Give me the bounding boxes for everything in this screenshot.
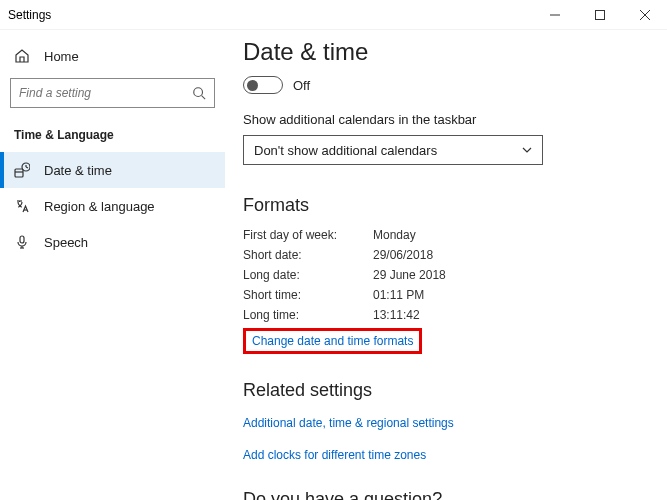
- nav-region-language[interactable]: Region & language: [0, 188, 225, 224]
- language-icon: [14, 198, 30, 214]
- svg-line-5: [202, 96, 206, 100]
- format-row: Short date:29/06/2018: [243, 248, 637, 262]
- formats-heading: Formats: [243, 195, 637, 216]
- question-heading: Do you have a question?: [243, 489, 637, 500]
- maximize-button[interactable]: [577, 0, 622, 30]
- window-title: Settings: [8, 8, 532, 22]
- related-link-clocks[interactable]: Add clocks for different time zones: [243, 448, 426, 462]
- minimize-button[interactable]: [532, 0, 577, 30]
- svg-rect-6: [15, 169, 23, 177]
- home-label: Home: [44, 49, 79, 64]
- format-row: Short time:01:11 PM: [243, 288, 637, 302]
- format-val: 01:11 PM: [373, 288, 424, 302]
- related-heading: Related settings: [243, 380, 637, 401]
- format-val: 29 June 2018: [373, 268, 446, 282]
- format-key: Long time:: [243, 308, 373, 322]
- chevron-down-icon: [522, 145, 532, 155]
- main-content: Date & time Off Show additional calendar…: [225, 30, 667, 500]
- nav-date-time[interactable]: Date & time: [0, 152, 225, 188]
- svg-point-4: [194, 88, 203, 97]
- format-val: Monday: [373, 228, 416, 242]
- svg-rect-11: [20, 236, 24, 243]
- svg-rect-1: [595, 10, 604, 19]
- search-input[interactable]: [10, 78, 215, 108]
- change-formats-link[interactable]: Change date and time formats: [243, 328, 422, 354]
- format-key: Short date:: [243, 248, 373, 262]
- home-nav[interactable]: Home: [0, 40, 225, 72]
- calendars-select[interactable]: Don't show additional calendars: [243, 135, 543, 165]
- set-time-toggle[interactable]: [243, 76, 283, 94]
- toggle-row: Off: [243, 76, 637, 94]
- format-row: Long date:29 June 2018: [243, 268, 637, 282]
- calendars-value: Don't show additional calendars: [254, 143, 437, 158]
- close-button[interactable]: [622, 0, 667, 30]
- format-key: Long date:: [243, 268, 373, 282]
- sidebar: Home Time & Language Date & time Region …: [0, 30, 225, 500]
- calendars-label: Show additional calendars in the taskbar: [243, 112, 637, 127]
- svg-line-10: [26, 167, 28, 168]
- format-key: First day of week:: [243, 228, 373, 242]
- clock-icon: [14, 162, 30, 178]
- related-link-regional[interactable]: Additional date, time & regional setting…: [243, 416, 454, 430]
- home-icon: [14, 48, 30, 64]
- search-field[interactable]: [19, 86, 192, 100]
- format-row: First day of week:Monday: [243, 228, 637, 242]
- nav-label: Date & time: [44, 163, 112, 178]
- nav-label: Speech: [44, 235, 88, 250]
- nav-label: Region & language: [44, 199, 155, 214]
- nav-speech[interactable]: Speech: [0, 224, 225, 260]
- format-val: 13:11:42: [373, 308, 420, 322]
- search-icon: [192, 86, 206, 100]
- toggle-state-label: Off: [293, 78, 310, 93]
- titlebar: Settings: [0, 0, 667, 30]
- speech-icon: [14, 234, 30, 250]
- section-heading: Time & Language: [0, 122, 225, 152]
- format-row: Long time:13:11:42: [243, 308, 637, 322]
- page-title: Date & time: [243, 38, 637, 66]
- format-val: 29/06/2018: [373, 248, 433, 262]
- format-key: Short time:: [243, 288, 373, 302]
